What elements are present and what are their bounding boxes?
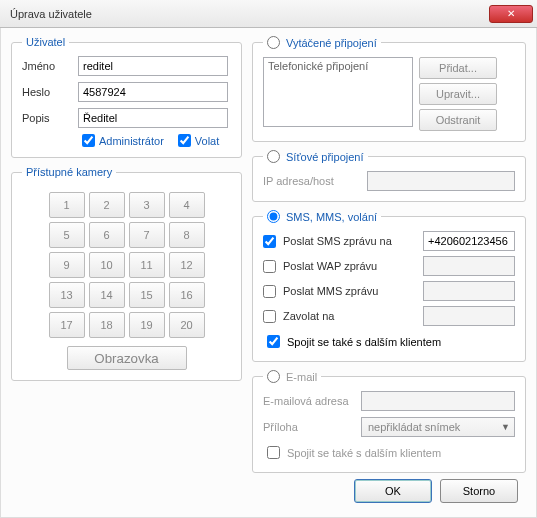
legend-sms: SMS, MMS, volání [286,211,377,223]
input-sms-number[interactable] [423,231,515,251]
camera-key[interactable]: 9 [49,252,85,278]
dialog-footer: OK Storno [354,479,518,503]
camera-key[interactable]: 12 [169,252,205,278]
close-icon: ✕ [507,8,515,19]
input-wap-number[interactable] [423,256,515,276]
legend-network: Síťové připojení [286,151,364,163]
select-email-attach[interactable]: nepřikládat snímek ▼ [361,417,515,437]
radio-network[interactable] [267,150,280,163]
camera-key[interactable]: 5 [49,222,85,248]
input-desc[interactable] [78,108,228,128]
camera-key[interactable]: 4 [169,192,205,218]
dialup-remove-button[interactable]: Odstranit [419,109,497,131]
camera-key[interactable]: 3 [129,192,165,218]
dialup-edit-button[interactable]: Upravit... [419,83,497,105]
checkbox-send-sms[interactable] [263,235,276,248]
input-call-number[interactable] [423,306,515,326]
camera-key[interactable]: 18 [89,312,125,338]
label-ip: IP adresa/host [263,175,359,187]
dialup-item[interactable]: Telefonické připojení [268,60,408,72]
camera-keypad: 1 2 3 4 5 6 7 8 9 10 11 12 13 14 15 16 1 [22,192,231,338]
label-send-sms: Poslat SMS zprávu na [283,235,419,247]
input-name[interactable] [78,56,228,76]
radio-sms[interactable] [267,210,280,223]
dialog-client: Uživatel Jméno Heslo Popis Administrát [0,28,537,518]
checkbox-admin-input[interactable] [82,134,95,147]
camera-key[interactable]: 6 [89,222,125,248]
checkbox-call-to[interactable] [263,310,276,323]
group-cameras: Přístupné kamery 1 2 3 4 5 6 7 8 9 10 11… [11,166,242,381]
camera-key[interactable]: 17 [49,312,85,338]
input-email-addr[interactable] [361,391,515,411]
label-send-wap: Poslat WAP zprávu [283,260,419,272]
camera-key[interactable]: 20 [169,312,205,338]
window-title: Úprava uživatele [10,8,92,20]
legend-user: Uživatel [22,36,69,48]
group-user: Uživatel Jméno Heslo Popis Administrát [11,36,242,158]
camera-key[interactable]: 13 [49,282,85,308]
camera-key[interactable]: 2 [89,192,125,218]
camera-key[interactable]: 10 [89,252,125,278]
legend-cameras: Přístupné kamery [22,166,116,178]
input-mms-number[interactable] [423,281,515,301]
legend-email: E-mail [286,371,317,383]
group-sms: SMS, MMS, volání Poslat SMS zprávu na Po… [252,210,526,362]
camera-key[interactable]: 14 [89,282,125,308]
select-email-attach-value: nepřikládat snímek [368,421,460,433]
checkbox-send-mms[interactable] [263,285,276,298]
label-email-connect: Spojit se také s dalším klientem [287,447,441,459]
radio-dialup[interactable] [267,36,280,49]
checkbox-admin-label: Administrátor [99,135,164,147]
camera-key[interactable]: 7 [129,222,165,248]
checkbox-admin[interactable]: Administrátor [82,134,164,147]
camera-key[interactable]: 8 [169,222,205,248]
close-button[interactable]: ✕ [489,5,533,23]
checkbox-call-input[interactable] [178,134,191,147]
input-password[interactable] [78,82,228,102]
label-send-mms: Poslat MMS zprávu [283,285,419,297]
group-email: E-mail E-mailová adresa Příloha nepřiklá… [252,370,526,473]
camera-key[interactable]: 15 [129,282,165,308]
camera-key[interactable]: 11 [129,252,165,278]
label-email-addr: E-mailová adresa [263,395,355,407]
screen-button[interactable]: Obrazovka [67,346,187,370]
label-name: Jméno [22,60,72,72]
camera-key[interactable]: 16 [169,282,205,308]
group-network: Síťové připojení IP adresa/host [252,150,526,202]
input-ip[interactable] [367,171,515,191]
camera-key[interactable]: 1 [49,192,85,218]
dialup-add-button[interactable]: Přidat... [419,57,497,79]
label-call-to: Zavolat na [283,310,419,322]
label-desc: Popis [22,112,72,124]
camera-key[interactable]: 19 [129,312,165,338]
dialup-list[interactable]: Telefonické připojení [263,57,413,127]
checkbox-email-connect[interactable] [267,446,280,459]
checkbox-call[interactable]: Volat [178,134,219,147]
checkbox-sms-connect[interactable] [267,335,280,348]
label-email-attach: Příloha [263,421,355,433]
label-password: Heslo [22,86,72,98]
radio-email[interactable] [267,370,280,383]
cancel-button[interactable]: Storno [440,479,518,503]
ok-button[interactable]: OK [354,479,432,503]
label-sms-connect: Spojit se také s dalším klientem [287,336,441,348]
titlebar: Úprava uživatele ✕ [0,0,537,28]
checkbox-call-label: Volat [195,135,219,147]
chevron-down-icon: ▼ [501,422,510,432]
checkbox-send-wap[interactable] [263,260,276,273]
group-dialup: Vytáčené připojení Telefonické připojení… [252,36,526,142]
legend-dialup: Vytáčené připojení [286,37,377,49]
